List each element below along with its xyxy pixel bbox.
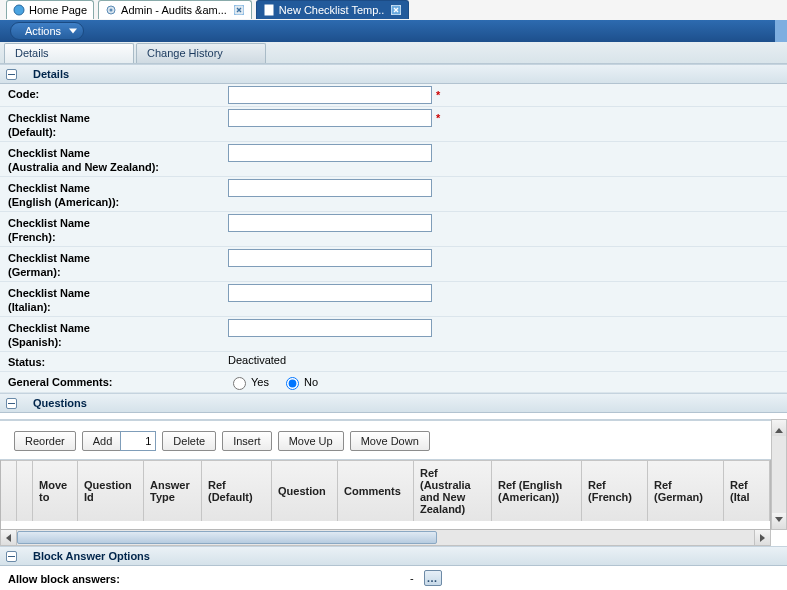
actions-label: Actions: [25, 25, 61, 37]
details-form: Code: * Checklist Name(Default): * Check…: [0, 84, 787, 393]
section-header-block-answer-options: Block Answer Options: [0, 546, 787, 566]
tab-label: Admin - Audits &am...: [121, 4, 227, 16]
action-bar: Actions: [0, 20, 787, 42]
name-it-input[interactable]: [228, 284, 432, 302]
yes-label: Yes: [251, 376, 269, 388]
questions-panel: Reorder Add Delete Insert Move Up Move D…: [0, 419, 787, 546]
scroll-up-button[interactable]: [772, 420, 786, 436]
general-comments-no-radio[interactable]: [286, 377, 299, 390]
name-anz-input[interactable]: [228, 144, 432, 162]
label-allow-block-answers: Allow block answers:: [8, 571, 120, 585]
col-question-id[interactable]: Question Id: [78, 460, 144, 521]
section-title: Questions: [33, 397, 87, 409]
status-value: Deactivated: [228, 354, 286, 366]
col-ref-fr[interactable]: Ref (French): [582, 460, 648, 521]
col-answer-type[interactable]: Answer Type: [144, 460, 202, 521]
col-blank2[interactable]: [17, 460, 33, 521]
questions-body: [1, 521, 770, 529]
close-icon[interactable]: [233, 4, 245, 16]
chevron-down-icon: [69, 29, 77, 34]
label-name-enus: Checklist Name(English (American)):: [8, 179, 228, 209]
scroll-thumb[interactable]: [17, 531, 437, 544]
questions-toolbar: Reorder Add Delete Insert Move Up Move D…: [0, 419, 771, 460]
tab-home[interactable]: Home Page: [6, 0, 94, 19]
label-name-it: Checklist Name(Italian):: [8, 284, 228, 314]
scroll-left-button[interactable]: [1, 530, 17, 545]
col-question[interactable]: Question: [272, 460, 338, 521]
section-header-questions: Questions: [0, 393, 787, 413]
delete-button[interactable]: Delete: [162, 431, 216, 451]
name-es-input[interactable]: [228, 319, 432, 337]
document-icon: [263, 4, 275, 16]
label-code: Code:: [8, 86, 228, 100]
tab-admin-audits[interactable]: Admin - Audits &am...: [98, 0, 252, 19]
label-general-comments: General Comments:: [8, 374, 228, 388]
block-answer-row: Allow block answers: - …: [0, 566, 787, 590]
col-ref-de[interactable]: Ref (German): [648, 460, 724, 521]
svg-point-2: [110, 9, 113, 12]
col-ref-it[interactable]: Ref (Ital: [724, 460, 770, 521]
collapse-icon[interactable]: [6, 69, 17, 80]
col-ref-enus[interactable]: Ref (English (American)): [492, 460, 582, 521]
chevron-down-icon: [775, 517, 783, 526]
actionbar-edge: [775, 20, 787, 42]
questions-hscrollbar[interactable]: [0, 530, 771, 546]
label-name-default: Checklist Name(Default):: [8, 109, 228, 139]
section-title: Block Answer Options: [33, 550, 150, 562]
collapse-icon[interactable]: [6, 551, 17, 562]
section-header-details: Details: [0, 64, 787, 84]
tab-label: Home Page: [29, 4, 87, 16]
questions-vscrollbar[interactable]: [771, 419, 787, 530]
tab-label: New Checklist Temp..: [279, 4, 385, 16]
scroll-track[interactable]: [772, 436, 786, 513]
section-title: Details: [33, 68, 69, 80]
window-tabstrip: Home Page Admin - Audits &am... New Chec…: [0, 0, 787, 20]
tab-new-checklist-template[interactable]: New Checklist Temp..: [256, 0, 410, 19]
subtab-change-history[interactable]: Change History: [136, 43, 266, 63]
name-de-input[interactable]: [228, 249, 432, 267]
no-label: No: [304, 376, 318, 388]
scroll-right-button[interactable]: [754, 530, 770, 545]
questions-table: Move to Question Id Answer Type Ref (Def…: [0, 460, 771, 530]
scroll-track[interactable]: [17, 530, 754, 545]
moveup-button[interactable]: Move Up: [278, 431, 344, 451]
questions-header-row: Move to Question Id Answer Type Ref (Def…: [1, 460, 770, 521]
subtab-strip: Details Change History: [0, 42, 787, 64]
block-answer-value: -: [410, 572, 414, 584]
col-comments[interactable]: Comments: [338, 460, 414, 521]
code-input[interactable]: [228, 86, 432, 104]
chevron-right-icon: [760, 534, 765, 542]
svg-point-0: [14, 5, 24, 15]
actions-menu-button[interactable]: Actions: [10, 22, 84, 40]
label-name-es: Checklist Name(Spanish):: [8, 319, 228, 349]
required-marker: *: [436, 89, 440, 101]
label-name-de: Checklist Name(German):: [8, 249, 228, 279]
subtab-details[interactable]: Details: [4, 43, 134, 63]
label-name-fr: Checklist Name(French):: [8, 214, 228, 244]
col-ref-anz[interactable]: Ref (Australia and New Zealand): [414, 460, 492, 521]
collapse-icon[interactable]: [6, 398, 17, 409]
name-default-input[interactable]: [228, 109, 432, 127]
col-ref-default[interactable]: Ref (Default): [202, 460, 272, 521]
chevron-left-icon: [6, 534, 11, 542]
name-fr-input[interactable]: [228, 214, 432, 232]
close-icon[interactable]: [390, 4, 402, 16]
required-marker: *: [436, 112, 440, 124]
globe-icon: [13, 4, 25, 16]
reorder-button[interactable]: Reorder: [14, 431, 76, 451]
block-answer-picker-button[interactable]: …: [424, 570, 442, 586]
chevron-up-icon: [775, 424, 783, 433]
label-name-anz: Checklist Name(Australia and New Zealand…: [8, 144, 228, 174]
movedown-button[interactable]: Move Down: [350, 431, 430, 451]
svg-rect-4: [265, 5, 273, 15]
gear-icon: [105, 4, 117, 16]
add-count-input[interactable]: [120, 431, 156, 451]
general-comments-radio-group: Yes No: [228, 374, 328, 390]
general-comments-yes-radio[interactable]: [233, 377, 246, 390]
add-button[interactable]: Add: [82, 431, 124, 451]
col-move-to[interactable]: Move to: [33, 460, 78, 521]
col-blank1[interactable]: [1, 460, 17, 521]
scroll-down-button[interactable]: [772, 513, 786, 529]
name-enus-input[interactable]: [228, 179, 432, 197]
insert-button[interactable]: Insert: [222, 431, 272, 451]
